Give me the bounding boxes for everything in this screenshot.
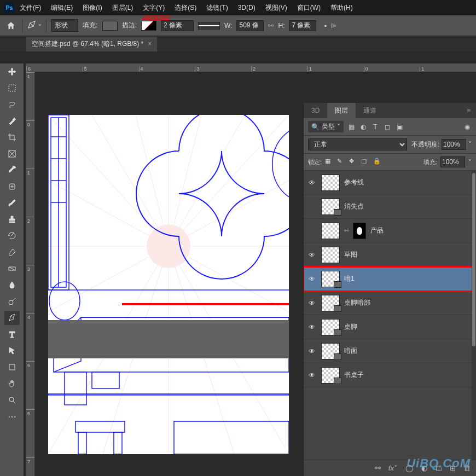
filter-adjust-icon[interactable]: ◐ [359, 123, 368, 131]
blend-mode-select[interactable]: 正常 [308, 138, 407, 150]
layer-filter-type[interactable]: 🔍 类型 ˅ [308, 121, 344, 132]
brush-tool-icon[interactable] [4, 196, 20, 210]
layer-name[interactable]: 参考线 [344, 178, 473, 187]
eyedropper-tool-icon[interactable] [4, 163, 20, 177]
layer-name[interactable]: 桌脚 [344, 322, 473, 332]
stroke-swatch[interactable] [141, 21, 156, 31]
hand-tool-icon[interactable] [4, 376, 20, 391]
lasso-tool-icon[interactable] [4, 97, 20, 112]
filter-shape-icon[interactable]: ◻ [383, 123, 392, 131]
visibility-icon[interactable]: 👁 [307, 347, 317, 355]
lock-pixels-icon[interactable]: ✎ [337, 158, 346, 166]
history-brush-icon[interactable] [4, 229, 20, 243]
menu-layer[interactable]: 图层(L) [112, 3, 133, 13]
adjustment-icon[interactable]: ◐ [421, 464, 427, 472]
layer-row[interactable]: 👁 暗1 [304, 267, 476, 291]
opacity-input[interactable] [442, 139, 466, 150]
width-input[interactable] [236, 20, 264, 31]
menu-filter[interactable]: 滤镜(T) [206, 3, 228, 13]
filter-toggle-icon[interactable]: ◉ [463, 123, 472, 131]
menu-image[interactable]: 图像(I) [83, 3, 102, 13]
panel-menu-icon[interactable]: ≡ [461, 107, 476, 114]
layer-name[interactable]: 暗面 [344, 346, 473, 356]
tool-mode-select[interactable]: 形状 [51, 19, 78, 32]
layer-row[interactable]: 👁 桌脚暗部 [304, 291, 476, 315]
fill-swatch[interactable] [102, 21, 118, 31]
layer-name[interactable]: 暗1 [344, 274, 473, 283]
lock-all-icon[interactable]: 🔒 [373, 158, 382, 166]
gradient-tool-icon[interactable] [4, 262, 20, 276]
blur-tool-icon[interactable] [4, 278, 20, 292]
tab-channels[interactable]: 通道 [356, 103, 384, 119]
layer-name[interactable]: 产品 [370, 226, 473, 235]
layers-list[interactable]: 👁 参考线 消失点 ⚯ 产品 👁 草图 👁 暗1 👁 桌脚暗部 👁 桌脚 👁 暗… [304, 171, 476, 460]
tab-layers[interactable]: 图层 [327, 103, 356, 119]
close-tab-icon[interactable]: × [148, 40, 152, 48]
delete-layer-icon[interactable]: 🗑 [463, 464, 471, 472]
frame-tool-icon[interactable] [4, 147, 20, 161]
layer-row[interactable]: ⚯ 产品 [304, 219, 476, 243]
menu-select[interactable]: 选择(S) [175, 3, 196, 13]
visibility-icon[interactable]: 👁 [307, 179, 317, 187]
eraser-tool-icon[interactable] [4, 245, 20, 259]
lock-position-icon[interactable]: ✥ [349, 158, 358, 166]
visibility-icon[interactable]: 👁 [307, 251, 317, 259]
type-tool-icon[interactable] [4, 327, 20, 341]
more-tools-icon[interactable]: ⋯ [4, 409, 20, 423]
visibility-icon[interactable]: 👁 [307, 323, 317, 331]
tab-3d[interactable]: 3D [304, 103, 327, 118]
layer-name[interactable]: 消失点 [344, 202, 473, 211]
dodge-tool-icon[interactable] [4, 294, 20, 309]
layer-name[interactable]: 草图 [344, 250, 473, 259]
path-select-icon[interactable] [4, 344, 20, 358]
lock-artboard-icon[interactable]: ▢ [361, 158, 370, 166]
crop-tool-icon[interactable] [4, 130, 20, 144]
layer-name[interactable]: 桌脚暗部 [344, 298, 473, 307]
layer-row[interactable]: 👁 暗面 [304, 339, 476, 363]
layer-row[interactable]: 👁 草图 [304, 243, 476, 267]
filter-smart-icon[interactable]: ▣ [395, 123, 404, 131]
menu-type[interactable]: 文字(Y) [143, 3, 165, 13]
menu-3d[interactable]: 3D(D) [238, 4, 256, 11]
fill-input[interactable] [440, 156, 465, 167]
layer-name[interactable]: 书桌子 [344, 370, 473, 380]
menu-help[interactable]: 帮助(H) [330, 3, 353, 13]
menu-edit[interactable]: 编辑(E) [51, 3, 73, 13]
height-input[interactable] [289, 20, 316, 31]
fx-icon[interactable]: fx˅ [388, 464, 398, 472]
filter-type-icon[interactable]: T [371, 123, 380, 131]
lock-transparent-icon[interactable]: ▦ [325, 158, 334, 166]
menu-file[interactable]: 文件(F) [20, 3, 41, 13]
group-icon[interactable]: 🗀 [435, 464, 442, 472]
move-tool-icon[interactable] [4, 65, 20, 79]
marquee-tool-icon[interactable] [4, 81, 20, 95]
home-icon[interactable] [4, 19, 18, 32]
layer-row[interactable]: 👁 参考线 [304, 171, 476, 195]
link-layers-icon[interactable]: ⚯ [375, 464, 381, 472]
path-ops-icon[interactable]: ▪ [324, 22, 326, 30]
zoom-tool-icon[interactable] [4, 393, 20, 407]
menu-window[interactable]: 窗口(W) [297, 3, 321, 13]
canvas[interactable] [48, 115, 289, 454]
pen-tool-icon[interactable]: ˅ [27, 20, 42, 31]
shape-tool-icon[interactable] [4, 360, 20, 374]
scrollbar[interactable] [472, 171, 476, 460]
layer-row[interactable]: 👁 桌脚 [304, 315, 476, 339]
stamp-tool-icon[interactable] [4, 212, 20, 227]
visibility-icon[interactable]: 👁 [307, 371, 317, 379]
mask-icon[interactable]: ◯ [405, 464, 414, 472]
layer-row[interactable]: 👁 书桌子 [304, 363, 476, 387]
filter-pixel-icon[interactable]: ▦ [347, 123, 356, 131]
document-tab[interactable]: 空间搭建.psd @ 67.4% (暗1, RGB/8) * × [26, 37, 157, 51]
align-icon[interactable]: ⊫ [331, 22, 336, 30]
new-layer-icon[interactable]: ⊞ [450, 464, 456, 472]
visibility-icon[interactable]: 👁 [307, 299, 317, 307]
wand-tool-icon[interactable] [4, 114, 20, 128]
menu-view[interactable]: 视图(V) [265, 3, 287, 13]
visibility-icon[interactable]: 👁 [307, 275, 317, 283]
link-wh-icon[interactable]: ⚯ [268, 22, 274, 30]
healing-tool-icon[interactable] [4, 179, 20, 194]
layer-row[interactable]: 消失点 [304, 195, 476, 219]
stroke-style-preview[interactable] [198, 22, 220, 30]
pen-tool-icon[interactable] [4, 311, 20, 325]
